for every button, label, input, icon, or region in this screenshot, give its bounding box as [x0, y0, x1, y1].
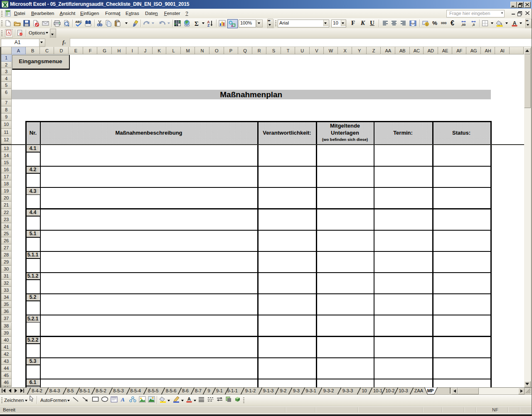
svg-text:Σ: Σ — [195, 20, 199, 27]
svg-text:A: A — [120, 396, 125, 403]
svg-text:A: A — [7, 31, 10, 35]
svg-text:A: A — [513, 20, 517, 26]
svg-text:Z: Z — [207, 23, 209, 27]
svg-text:$: $ — [426, 23, 428, 26]
svg-text:ABC: ABC — [75, 20, 82, 24]
svg-text:A: A — [187, 396, 191, 401]
svg-text:,0: ,0 — [472, 23, 474, 27]
svg-text:A: A — [231, 24, 233, 27]
svg-text:a: a — [412, 22, 414, 25]
svg-text:,00: ,00 — [461, 23, 465, 27]
